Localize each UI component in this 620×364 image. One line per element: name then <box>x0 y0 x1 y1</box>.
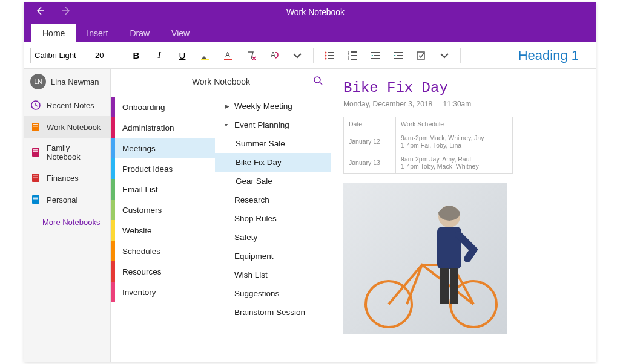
sidebar-item-personal[interactable]: Personal <box>24 189 110 210</box>
section-label: Meetings <box>122 144 156 153</box>
outdent-button[interactable] <box>368 48 383 63</box>
user-row[interactable]: LN Lina Newman <box>24 69 110 94</box>
highlight-button[interactable] <box>198 48 213 63</box>
numbered-list-button[interactable]: 123 <box>345 48 360 63</box>
section-customers[interactable]: Customers <box>111 200 215 220</box>
style-selector[interactable]: Heading 1 <box>518 48 579 63</box>
section-onboarding[interactable]: Onboarding <box>111 97 215 117</box>
italic-button[interactable]: I <box>152 48 167 63</box>
page-wish-list[interactable]: Wish List <box>215 265 331 284</box>
page-bike-fix-day[interactable]: Bike Fix Day <box>215 153 331 172</box>
svg-line-37 <box>320 82 322 85</box>
font-name-input[interactable] <box>30 48 88 63</box>
tab-home[interactable]: Home <box>31 24 76 42</box>
note-canvas[interactable]: Bike Fix Day Monday, December 3, 2018 11… <box>331 69 596 362</box>
svg-rect-11 <box>351 51 357 53</box>
svg-rect-35 <box>33 198 38 200</box>
window-title: Work Notebook <box>71 7 559 17</box>
section-email-list[interactable]: Email List <box>111 179 215 200</box>
clear-formatting-button[interactable] <box>244 48 259 63</box>
svg-rect-15 <box>351 59 357 60</box>
underline-button[interactable]: U <box>175 48 190 63</box>
svg-point-8 <box>325 57 327 59</box>
pages-column: ▶Weekly Meeting▾Event PlanningSummer Sal… <box>215 69 331 362</box>
table-row[interactable]: January 139am-2pm Jay, Amy, Raul1-4pm To… <box>344 152 513 174</box>
section-schedules[interactable]: Schedules <box>111 241 215 261</box>
font-size-input[interactable] <box>91 48 111 63</box>
tab-insert[interactable]: Insert <box>76 24 119 42</box>
search-icon[interactable] <box>313 76 323 88</box>
section-inventory[interactable]: Inventory <box>111 282 215 302</box>
chevron-right-icon: ▶ <box>225 103 231 109</box>
sidebar-item-finances[interactable]: Finances <box>24 167 110 189</box>
svg-rect-16 <box>371 52 380 53</box>
svg-rect-21 <box>394 58 403 59</box>
avatar: LN <box>30 74 46 89</box>
indent-button[interactable] <box>391 48 406 63</box>
note-title[interactable]: Bike Fix Day <box>343 80 584 96</box>
svg-rect-25 <box>33 124 38 125</box>
svg-text:3: 3 <box>348 57 349 60</box>
section-administration[interactable]: Administration <box>111 117 215 138</box>
more-notebooks-link[interactable]: More Notebooks <box>24 210 110 227</box>
sidebar-item-work-notebook[interactable]: Work Notebook <box>24 116 110 138</box>
svg-rect-7 <box>328 55 334 56</box>
forward-icon[interactable] <box>62 6 71 18</box>
page-label: Bike Fix Day <box>236 158 282 167</box>
page-research[interactable]: Research <box>215 190 331 209</box>
section-color-tab <box>111 261 115 282</box>
bold-button[interactable]: B <box>129 48 143 63</box>
section-color-tab <box>111 158 115 179</box>
svg-rect-17 <box>374 55 380 56</box>
page-summer-sale[interactable]: Summer Sale <box>215 134 331 153</box>
section-color-tab <box>111 282 115 302</box>
sidebar-item-recent-notes[interactable]: Recent Notes <box>24 94 110 116</box>
page-suggestions[interactable]: Suggestions <box>215 284 331 303</box>
section-website[interactable]: Website <box>111 220 215 241</box>
note-date: Monday, December 3, 2018 <box>343 100 432 108</box>
section-label: Onboarding <box>122 103 165 112</box>
section-color-tab <box>111 117 115 138</box>
todo-tag-button[interactable] <box>414 48 429 63</box>
font-group <box>30 48 111 63</box>
notebook-icon <box>30 194 41 205</box>
svg-rect-44 <box>450 268 458 304</box>
sidebar-item-family-notebook[interactable]: Family Notebook <box>24 138 110 167</box>
svg-rect-9 <box>328 58 334 59</box>
more-font-dropdown[interactable] <box>290 48 305 63</box>
section-label: Administration <box>122 123 174 132</box>
page-equipment[interactable]: Equipment <box>215 247 331 265</box>
section-color-tab <box>111 241 115 261</box>
nav-group <box>35 6 71 18</box>
tab-draw[interactable]: Draw <box>119 24 160 42</box>
font-color-button[interactable]: A <box>221 48 236 63</box>
page-event-planning[interactable]: ▾Event Planning <box>215 115 331 134</box>
section-meetings[interactable]: Meetings <box>111 138 215 158</box>
page-weekly-meeting[interactable]: ▶Weekly Meeting <box>215 97 331 115</box>
more-paragraph-dropdown[interactable] <box>437 48 452 63</box>
page-label: Safety <box>234 233 257 242</box>
page-label: Weekly Meeting <box>234 102 292 111</box>
table-row[interactable]: January 129am-2pm Mack, Whitney, Jay1-4p… <box>344 131 513 152</box>
panel-title: Work Notebook <box>192 77 250 86</box>
bullet-list-button[interactable] <box>322 48 337 63</box>
section-product-ideas[interactable]: Product Ideas <box>111 158 215 179</box>
section-color-tab <box>111 138 115 158</box>
section-color-tab <box>111 179 115 200</box>
schedule-table[interactable]: DateWork Schedule January 129am-2pm Mack… <box>343 117 513 174</box>
page-shop-rules[interactable]: Shop Rules <box>215 209 331 228</box>
note-image[interactable] <box>343 183 507 334</box>
back-icon[interactable] <box>35 6 45 18</box>
user-name: Lina Newman <box>51 77 99 86</box>
svg-rect-26 <box>33 126 38 127</box>
separator <box>460 48 461 63</box>
page-safety[interactable]: Safety <box>215 228 331 247</box>
svg-rect-0 <box>201 59 209 60</box>
page-brainstorm-session[interactable]: Brainstorm Session <box>215 303 331 322</box>
format-painter-button[interactable]: A <box>267 48 282 63</box>
section-resources[interactable]: Resources <box>111 261 215 282</box>
table-header: Work Schedule <box>396 117 513 131</box>
section-label: Schedules <box>122 247 160 256</box>
tab-view[interactable]: View <box>160 24 200 42</box>
page-gear-sale[interactable]: Gear Sale <box>215 172 331 190</box>
